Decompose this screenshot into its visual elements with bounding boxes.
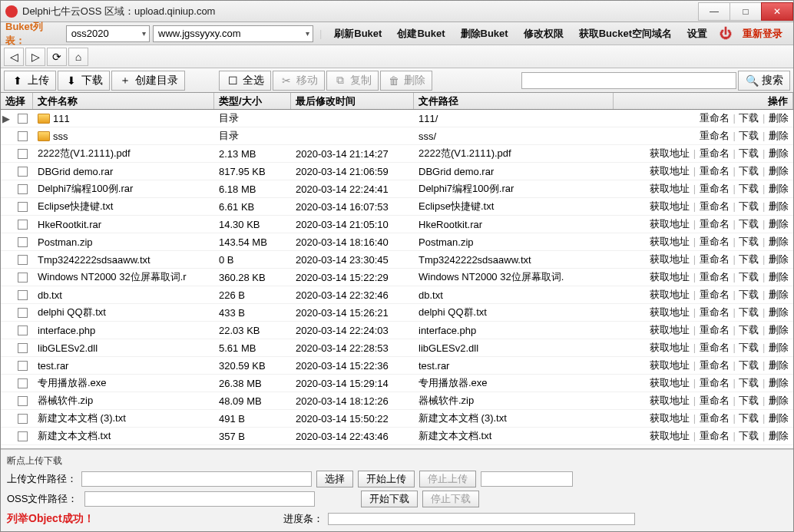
op-geturl[interactable]: 获取地址: [650, 306, 690, 318]
search-button[interactable]: 🔍搜索: [738, 71, 790, 91]
op-delete[interactable]: 删除: [769, 200, 789, 212]
stop-download-button[interactable]: 停止下载: [422, 491, 479, 507]
op-rename[interactable]: 重命名: [700, 271, 729, 283]
op-geturl[interactable]: 获取地址: [650, 183, 690, 194]
op-delete[interactable]: 删除: [769, 112, 789, 124]
checkbox[interactable]: [18, 149, 28, 159]
op-rename[interactable]: 重命名: [700, 165, 729, 177]
checkbox[interactable]: [18, 114, 28, 124]
checkbox[interactable]: [18, 202, 28, 212]
stop-upload-button[interactable]: 停止上传: [419, 471, 476, 487]
table-row[interactable]: Postman.zip143.54 MB2020-03-14 18:16:40P…: [1, 233, 793, 251]
op-geturl[interactable]: 获取地址: [650, 377, 690, 388]
row-checkbox-cell[interactable]: [12, 378, 33, 388]
op-download[interactable]: 下载: [739, 289, 759, 300]
op-download[interactable]: 下载: [739, 183, 759, 194]
col-name[interactable]: 文件名称: [33, 93, 214, 109]
start-upload-button[interactable]: 开始上传: [358, 471, 415, 487]
op-download[interactable]: 下载: [739, 395, 759, 406]
row-checkbox-cell[interactable]: [12, 308, 33, 318]
row-checkbox-cell[interactable]: [12, 114, 33, 124]
op-geturl[interactable]: 获取地址: [650, 324, 690, 335]
checkbox[interactable]: [18, 255, 28, 265]
op-download[interactable]: 下载: [739, 147, 759, 159]
op-download[interactable]: 下载: [739, 359, 759, 371]
op-download[interactable]: 下载: [739, 412, 759, 424]
oss-path-input[interactable]: [84, 491, 315, 507]
op-delete[interactable]: 删除: [769, 165, 789, 177]
op-download[interactable]: 下载: [739, 306, 759, 318]
op-rename[interactable]: 重命名: [700, 147, 729, 159]
op-download[interactable]: 下载: [739, 236, 759, 247]
row-checkbox-cell[interactable]: [12, 361, 33, 371]
op-rename[interactable]: 重命名: [700, 200, 729, 212]
op-rename[interactable]: 重命名: [700, 112, 729, 124]
search-input[interactable]: [521, 72, 736, 89]
checkbox[interactable]: [18, 396, 28, 406]
maximize-button[interactable]: □: [729, 2, 762, 21]
home-button[interactable]: ⌂: [68, 48, 88, 66]
move-button[interactable]: ✂移动: [273, 71, 325, 91]
download-button[interactable]: ⬇下载: [58, 71, 110, 91]
op-delete[interactable]: 删除: [769, 324, 789, 335]
checkbox[interactable]: [18, 220, 28, 230]
col-ops[interactable]: 操作: [614, 93, 793, 109]
checkbox[interactable]: [18, 325, 28, 335]
op-geturl[interactable]: 获取地址: [650, 200, 690, 212]
row-checkbox-cell[interactable]: [12, 431, 33, 441]
op-geturl[interactable]: 获取地址: [650, 412, 690, 424]
checkbox[interactable]: [18, 273, 28, 283]
domain-select[interactable]: www.jgssyyxy.com: [153, 25, 313, 42]
table-row[interactable]: 新建文本文档.txt357 B2020-03-14 22:43:46新建文本文档…: [1, 428, 793, 445]
op-download[interactable]: 下载: [739, 324, 759, 335]
op-delete[interactable]: 删除: [769, 395, 789, 406]
table-row[interactable]: Windows NT2000 32位屏幕取词.r360.28 KB2020-03…: [1, 269, 793, 286]
row-checkbox-cell[interactable]: [12, 273, 33, 283]
op-delete[interactable]: 删除: [769, 430, 789, 441]
table-row[interactable]: libGLESv2.dll5.61 MB2020-03-14 22:28:53l…: [1, 339, 793, 357]
row-checkbox-cell[interactable]: [12, 149, 33, 159]
checkbox[interactable]: [18, 378, 28, 388]
upload-button[interactable]: ⬆上传: [4, 71, 56, 91]
row-checkbox-cell[interactable]: [12, 237, 33, 247]
relogin-button[interactable]: 重新登录: [736, 27, 789, 41]
op-geturl[interactable]: 获取地址: [650, 342, 690, 353]
checkbox[interactable]: [18, 343, 28, 353]
table-row[interactable]: Tmp3242222sdsaaww.txt0 B2020-03-14 23:30…: [1, 251, 793, 269]
table-row[interactable]: 器械软件.zip48.09 MB2020-03-14 18:12:26器械软件.…: [1, 392, 793, 410]
checkbox[interactable]: [18, 184, 28, 194]
table-row[interactable]: 新建文本文档 (3).txt491 B2020-03-14 15:50:22新建…: [1, 410, 793, 428]
op-download[interactable]: 下载: [739, 200, 759, 212]
col-time[interactable]: 最后修改时间: [291, 93, 414, 109]
op-download[interactable]: 下载: [739, 271, 759, 283]
op-delete[interactable]: 删除: [769, 130, 789, 141]
op-download[interactable]: 下载: [739, 430, 759, 441]
table-row[interactable]: sss目录sss/重命名 | 下载 | 删除: [1, 127, 793, 145]
table-row[interactable]: DBGrid demo.rar817.95 KB2020-03-14 21:06…: [1, 163, 793, 180]
checkbox[interactable]: [18, 167, 28, 177]
row-checkbox-cell[interactable]: [12, 184, 33, 194]
table-row[interactable]: db.txt226 B2020-03-14 22:32:46db.txt获取地址…: [1, 286, 793, 304]
table-row[interactable]: 专用播放器.exe26.38 MB2020-03-14 15:29:14专用播放…: [1, 375, 793, 392]
op-download[interactable]: 下载: [739, 218, 759, 230]
row-checkbox-cell[interactable]: [12, 343, 33, 353]
create-bucket-button[interactable]: 创建Buket: [391, 27, 451, 41]
op-rename[interactable]: 重命名: [700, 342, 729, 353]
op-geturl[interactable]: 获取地址: [650, 395, 690, 406]
bucket-select[interactable]: oss2020: [66, 25, 150, 42]
op-rename[interactable]: 重命名: [700, 253, 729, 265]
op-delete[interactable]: 删除: [769, 271, 789, 283]
table-row[interactable]: HkeRootkit.rar14.30 KB2020-03-14 21:05:1…: [1, 216, 793, 233]
table-row[interactable]: interface.php22.03 KB2020-03-14 22:24:03…: [1, 322, 793, 339]
col-select[interactable]: 选择: [1, 93, 33, 109]
modify-permission-button[interactable]: 修改权限: [518, 27, 570, 41]
upload-path-input[interactable]: [81, 471, 312, 487]
op-rename[interactable]: 重命名: [700, 412, 729, 424]
table-row[interactable]: ▶111目录111/重命名 | 下载 | 删除: [1, 110, 793, 127]
op-rename[interactable]: 重命名: [700, 306, 729, 318]
row-checkbox-cell[interactable]: [12, 220, 33, 230]
table-row[interactable]: test.rar320.59 KB2020-03-14 15:22:36test…: [1, 357, 793, 375]
op-geturl[interactable]: 获取地址: [650, 165, 690, 177]
op-rename[interactable]: 重命名: [700, 324, 729, 335]
choose-file-button[interactable]: 选择: [316, 471, 353, 487]
